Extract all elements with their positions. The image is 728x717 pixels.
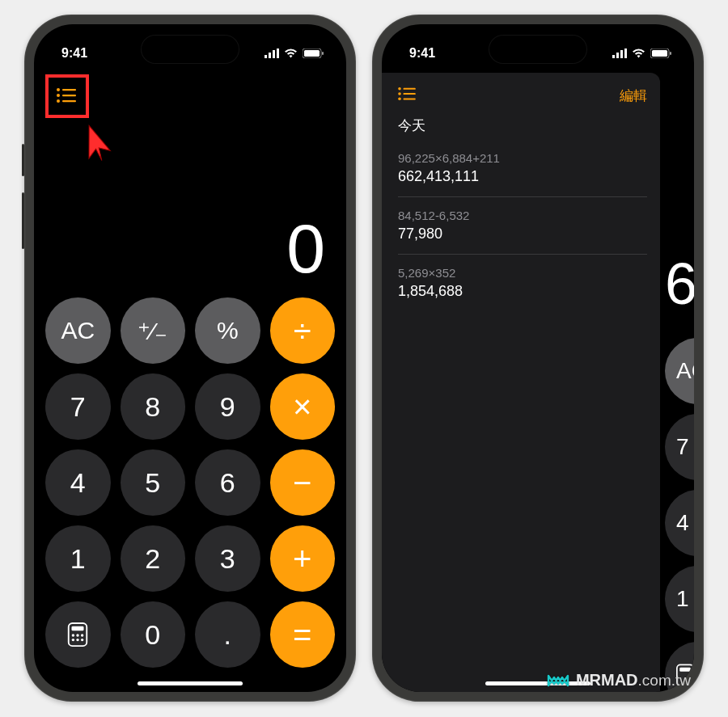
key-6[interactable]: 6 xyxy=(195,449,260,516)
svg-rect-23 xyxy=(620,50,623,58)
history-section-today: 今天 xyxy=(398,116,647,135)
dynamic-island xyxy=(489,36,586,63)
key-9[interactable]: 9 xyxy=(195,373,260,440)
background-key-7: 7 xyxy=(665,414,694,480)
history-entry[interactable]: 96,225×6,884+211 662,413,111 xyxy=(398,140,647,197)
svg-point-19 xyxy=(77,639,79,641)
history-expression: 84,512-6,532 xyxy=(398,209,647,222)
svg-rect-10 xyxy=(62,95,76,96)
svg-point-7 xyxy=(57,88,60,91)
svg-rect-24 xyxy=(624,49,627,58)
key-0[interactable]: 0 xyxy=(121,601,186,668)
svg-point-18 xyxy=(72,639,74,641)
background-key-4: 4 xyxy=(665,490,694,556)
key-7[interactable]: 7 xyxy=(45,373,111,440)
status-icons xyxy=(265,49,324,58)
key-percent[interactable]: % xyxy=(195,297,260,364)
svg-rect-5 xyxy=(304,50,320,57)
svg-point-32 xyxy=(398,92,401,95)
key-calculator-mode[interactable] xyxy=(45,601,111,668)
key-2[interactable]: 2 xyxy=(121,525,186,592)
svg-rect-26 xyxy=(652,50,667,57)
wifi-icon xyxy=(284,49,298,58)
background-key-ac: AC xyxy=(665,338,694,404)
svg-rect-21 xyxy=(612,55,615,58)
history-expression: 96,225×6,884+211 xyxy=(398,151,647,165)
key-ac[interactable]: AC xyxy=(45,297,111,364)
background-key-1: 1 xyxy=(665,566,694,632)
history-result: 1,854,688 xyxy=(398,283,647,300)
key-plus[interactable]: + xyxy=(270,525,336,592)
history-entry[interactable]: 5,269×352 1,854,688 xyxy=(398,255,647,311)
key-divide[interactable]: ÷ xyxy=(270,297,336,364)
svg-rect-12 xyxy=(62,100,76,102)
svg-point-9 xyxy=(57,94,60,97)
status-time: 9:41 xyxy=(61,46,87,61)
key-3[interactable]: 3 xyxy=(195,525,260,592)
key-8[interactable]: 8 xyxy=(121,373,186,440)
svg-point-20 xyxy=(81,639,83,641)
wifi-icon xyxy=(632,49,645,58)
svg-point-17 xyxy=(81,634,83,636)
key-5[interactable]: 5 xyxy=(121,449,186,516)
screen-history: 9:41 6 AC 7 4 1 xyxy=(382,24,694,692)
svg-rect-35 xyxy=(404,98,416,99)
phone-frame-right: 9:41 6 AC 7 4 1 xyxy=(372,15,704,702)
history-result: 662,413,111 xyxy=(398,168,647,185)
svg-rect-1 xyxy=(269,53,271,58)
key-1[interactable]: 1 xyxy=(45,525,111,592)
svg-rect-8 xyxy=(62,89,76,91)
svg-rect-0 xyxy=(265,55,267,58)
svg-point-34 xyxy=(398,98,401,101)
svg-point-11 xyxy=(57,99,60,103)
background-key-calc xyxy=(665,642,694,692)
background-display: 6 xyxy=(665,251,694,317)
history-close-button[interactable] xyxy=(398,86,416,104)
phone-frame-left: 9:41 0 xyxy=(24,15,356,702)
calculator-icon xyxy=(676,664,694,686)
history-expression: 5,269×352 xyxy=(398,266,647,280)
screen-calculator: 9:41 0 xyxy=(34,24,346,692)
svg-rect-2 xyxy=(273,50,275,58)
svg-rect-27 xyxy=(670,52,671,55)
cellular-icon xyxy=(265,49,279,58)
key-equals[interactable]: = xyxy=(270,601,336,668)
svg-rect-22 xyxy=(616,53,619,58)
key-minus[interactable]: − xyxy=(270,449,336,516)
status-time: 9:41 xyxy=(409,46,435,61)
svg-rect-31 xyxy=(404,88,416,90)
battery-icon xyxy=(303,49,324,58)
svg-rect-6 xyxy=(322,52,324,55)
history-panel: 編輯 今天 96,225×6,884+211 662,413,111 84,51… xyxy=(382,73,660,692)
svg-rect-33 xyxy=(404,93,416,95)
cellular-icon xyxy=(612,49,627,58)
svg-rect-3 xyxy=(277,49,279,58)
key-decimal[interactable]: . xyxy=(195,601,260,668)
keypad: AC ⁺∕₋ % ÷ 7 8 9 × 4 5 6 − 1 2 3 + xyxy=(34,297,346,692)
svg-point-15 xyxy=(72,634,74,636)
list-bullet-icon xyxy=(398,86,416,101)
home-indicator[interactable] xyxy=(138,681,243,685)
key-4[interactable]: 4 xyxy=(45,449,111,516)
background-calculator-sliver: 6 AC 7 4 1 xyxy=(660,24,694,692)
calculator-icon xyxy=(66,622,90,647)
key-plusminus[interactable]: ⁺∕₋ xyxy=(121,297,186,364)
list-bullet-icon xyxy=(57,87,76,103)
edit-button[interactable]: 編輯 xyxy=(620,86,647,105)
dynamic-island xyxy=(142,36,239,63)
home-indicator[interactable] xyxy=(485,681,590,685)
svg-rect-14 xyxy=(72,626,84,631)
battery-icon xyxy=(650,49,671,58)
status-icons xyxy=(612,49,671,58)
svg-rect-29 xyxy=(679,668,691,672)
history-result: 77,980 xyxy=(398,226,647,243)
history-entry[interactable]: 84,512-6,532 77,980 xyxy=(398,197,647,255)
svg-point-30 xyxy=(398,87,401,91)
svg-point-16 xyxy=(77,634,79,636)
history-button[interactable] xyxy=(52,81,81,110)
key-multiply[interactable]: × xyxy=(270,373,336,440)
